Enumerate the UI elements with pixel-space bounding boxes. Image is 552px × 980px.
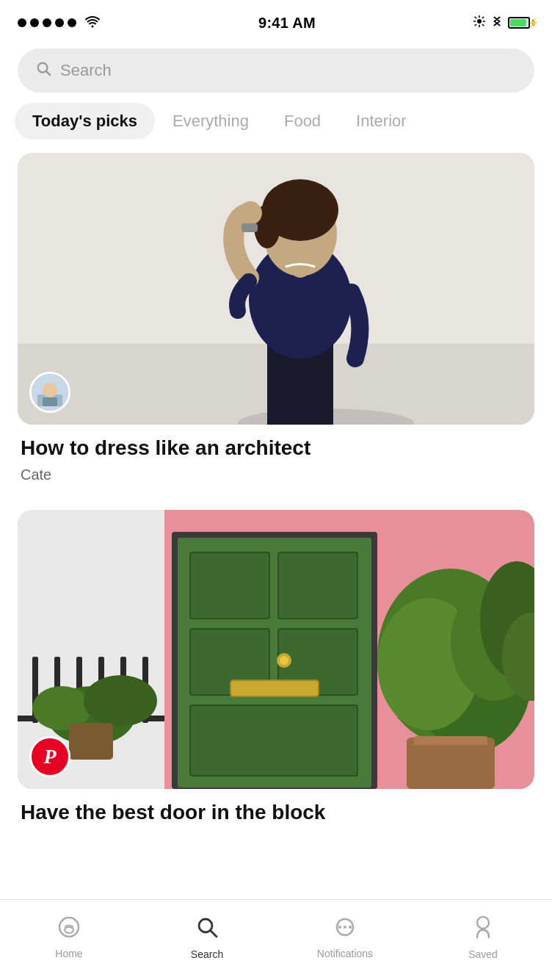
card-fashion-title: How to dress like an architect	[21, 435, 531, 461]
svg-point-66	[477, 917, 489, 929]
signal-dot-4	[55, 18, 64, 27]
search-icon	[35, 60, 51, 81]
signal-dot-1	[18, 18, 26, 27]
nav-saved[interactable]: Saved	[414, 915, 552, 960]
svg-rect-36	[230, 680, 319, 696]
svg-point-64	[344, 926, 346, 929]
bluetooth-icon	[492, 14, 502, 32]
door-photo: P	[18, 510, 534, 789]
search-input-placeholder: Search	[60, 61, 112, 80]
card-door[interactable]: P Have the best door in the block	[18, 510, 534, 828]
notifications-icon	[333, 916, 357, 943]
wifi-icon	[84, 15, 101, 32]
svg-line-3	[475, 17, 476, 18]
avatar-image	[32, 374, 68, 411]
card-door-image: P	[18, 510, 534, 789]
status-bar: 9:41 AM ⚡	[0, 0, 552, 41]
svg-rect-32	[278, 552, 357, 619]
signal-dots	[18, 18, 76, 27]
card-door-title: Have the best door in the block	[18, 789, 534, 828]
nav-notifications[interactable]: Notifications	[276, 916, 414, 959]
brightness-icon	[473, 15, 486, 31]
nav-notifications-label: Notifications	[317, 948, 373, 959]
svg-rect-21	[242, 223, 258, 232]
author-avatar	[29, 372, 70, 413]
card-fashion-author: Cate	[21, 466, 531, 483]
pinterest-logo: P	[43, 745, 56, 768]
nav-home-label: Home	[55, 948, 82, 959]
svg-line-10	[46, 71, 50, 75]
svg-line-8	[482, 17, 484, 18]
svg-point-38	[280, 656, 288, 665]
charging-bolt: ⚡	[528, 18, 539, 28]
nav-search-label: Search	[191, 948, 223, 960]
svg-point-65	[349, 926, 352, 929]
bottom-nav: Home Search Notifications	[0, 899, 552, 980]
saved-icon	[473, 915, 493, 944]
svg-line-61	[211, 931, 217, 937]
svg-rect-25	[43, 397, 57, 406]
card-fashion-image	[18, 153, 534, 425]
nav-saved-label: Saved	[468, 948, 498, 960]
signal-dot-5	[68, 18, 76, 27]
tab-interior[interactable]: Interior	[338, 103, 424, 140]
svg-point-0	[477, 19, 482, 24]
svg-rect-49	[69, 723, 113, 760]
signal-dot-2	[30, 18, 39, 27]
svg-point-63	[338, 926, 341, 929]
svg-line-4	[482, 24, 484, 26]
svg-rect-54	[407, 738, 495, 789]
tab-todays-picks[interactable]: Today's picks	[15, 103, 155, 140]
card-fashion-meta: How to dress like an architect Cate	[18, 425, 534, 489]
tab-food[interactable]: Food	[266, 103, 338, 140]
battery-indicator: ⚡	[508, 17, 534, 29]
svg-rect-35	[190, 705, 357, 776]
signal-dot-3	[43, 18, 51, 27]
svg-line-7	[475, 24, 476, 26]
search-bar[interactable]: Search	[18, 48, 534, 93]
card-fashion[interactable]: How to dress like an architect Cate	[18, 153, 534, 489]
status-time: 9:41 AM	[258, 15, 316, 32]
tabs-container: Today's picks Everything Food Interior	[0, 103, 552, 140]
svg-point-24	[43, 383, 57, 397]
svg-rect-55	[414, 736, 487, 745]
svg-point-59	[65, 927, 73, 933]
search-bar-container: Search	[0, 41, 552, 103]
svg-rect-31	[190, 552, 269, 619]
status-right: ⚡	[473, 14, 534, 32]
nav-home[interactable]: Home	[0, 916, 138, 959]
home-icon	[57, 916, 81, 943]
fashion-photo	[18, 153, 534, 425]
svg-point-20	[239, 201, 262, 225]
status-left	[18, 15, 101, 32]
tab-everything[interactable]: Everything	[155, 103, 266, 140]
content-area: How to dress like an architect Cate	[0, 153, 552, 937]
nav-search[interactable]: Search	[138, 915, 276, 960]
pinterest-avatar: P	[29, 736, 70, 777]
svg-point-48	[84, 675, 157, 727]
search-nav-icon	[195, 915, 219, 944]
